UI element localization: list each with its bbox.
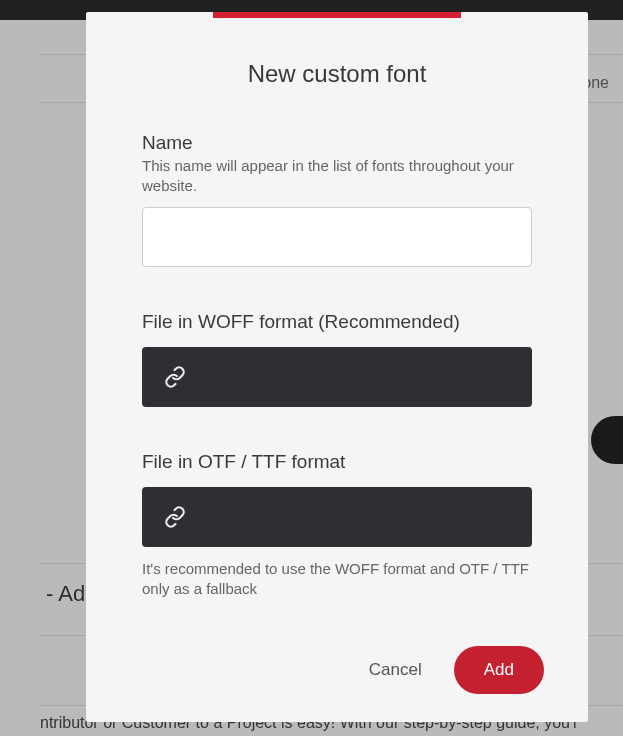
woff-file-picker[interactable] — [142, 347, 532, 407]
modal-actions: Cancel Add — [86, 600, 588, 694]
woff-section: File in WOFF format (Recommended) — [86, 311, 588, 407]
otf-label: File in OTF / TTF format — [142, 451, 532, 473]
cancel-button[interactable]: Cancel — [365, 652, 426, 688]
name-section: Name This name will appear in the list o… — [86, 132, 588, 267]
otf-section: File in OTF / TTF format It's recommende… — [86, 451, 588, 600]
name-hint: This name will appear in the list of fon… — [142, 156, 532, 195]
woff-label: File in WOFF format (Recommended) — [142, 311, 532, 333]
accent-bar — [213, 12, 461, 18]
new-font-modal: New custom font Name This name will appe… — [86, 12, 588, 722]
add-button[interactable]: Add — [454, 646, 544, 694]
modal-title: New custom font — [86, 60, 588, 88]
link-icon — [164, 506, 186, 528]
link-icon — [164, 366, 186, 388]
otf-file-picker[interactable] — [142, 487, 532, 547]
name-label: Name — [142, 132, 532, 154]
otf-recommendation: It's recommended to use the WOFF format … — [142, 559, 532, 600]
name-input[interactable] — [142, 207, 532, 267]
